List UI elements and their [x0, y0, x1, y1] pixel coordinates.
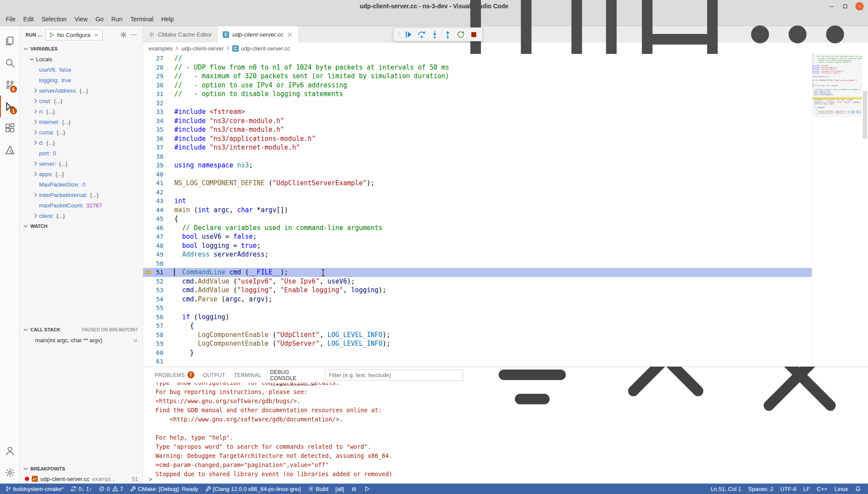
panel-tab-output[interactable]: OUTPUT: [203, 367, 225, 383]
activity-manage[interactable]: [0, 462, 19, 484]
call-stack-header[interactable]: CALL STACK PAUSED ON BREAKPOINT: [20, 324, 143, 335]
code-line[interactable]: 50: [143, 259, 812, 268]
line-number[interactable]: 36: [143, 134, 174, 144]
code-line[interactable]: 49 Address serverAddress;: [143, 250, 812, 259]
line-number[interactable]: 27: [143, 54, 174, 63]
variable-row[interactable]: internet:{...}: [20, 117, 143, 127]
activity-cmake[interactable]: [0, 139, 19, 161]
breakpoints-header[interactable]: BREAKPOINTS: [20, 464, 143, 474]
variable-row[interactable]: cmd:{...}: [20, 96, 143, 106]
line-number[interactable]: 33: [143, 107, 174, 117]
line-number[interactable]: 44: [143, 206, 174, 215]
code-line[interactable]: 28// - UDP flow from n0 to n1 of 1024 by…: [143, 63, 812, 72]
restart-button[interactable]: [455, 29, 467, 40]
code-line[interactable]: 43int: [143, 197, 812, 206]
close-button[interactable]: [855, 2, 864, 10]
menu-file[interactable]: File: [2, 14, 20, 24]
code-line[interactable]: 60 }: [143, 348, 812, 357]
line-number[interactable]: 34: [143, 117, 174, 126]
breakpoint-checkbox[interactable]: [32, 476, 38, 482]
maximize-button[interactable]: [842, 3, 848, 10]
variables-header[interactable]: VARIABLES: [20, 43, 143, 54]
code-line[interactable]: 44main (int argc, char *argv[]): [143, 206, 812, 215]
code-line[interactable]: 27//: [143, 54, 812, 63]
line-number[interactable]: 32: [143, 99, 174, 108]
line-number[interactable]: 57: [143, 321, 174, 330]
line-number[interactable]: 40: [143, 170, 174, 179]
status-git-sync[interactable]: 0↓ 1↑: [67, 484, 95, 494]
code-line[interactable]: 56 if (logging): [143, 313, 812, 322]
panel-tab-debug-console[interactable]: DEBUG CONSOLE: [270, 367, 316, 383]
status-cmake-status[interactable]: CMake: [Debug]: Ready: [127, 484, 202, 494]
status-cmake-launch[interactable]: [361, 484, 374, 494]
variable-row[interactable]: logging:true: [20, 75, 143, 85]
variable-row[interactable]: useV6:false: [20, 64, 143, 75]
line-number[interactable]: 42: [143, 188, 174, 197]
gear-icon[interactable]: [120, 31, 127, 38]
variable-row[interactable]: maxPacketCount:32767: [20, 200, 143, 210]
status-eol[interactable]: LF: [800, 484, 813, 494]
code-line[interactable]: 55: [143, 304, 812, 313]
variable-row[interactable]: apps:{...}: [20, 169, 143, 179]
activity-accounts[interactable]: [0, 440, 19, 462]
code-line[interactable]: 46 // Declare variables used in command-…: [143, 224, 812, 233]
scrollbar-thumb[interactable]: [863, 91, 867, 139]
line-number[interactable]: 30: [143, 81, 174, 90]
breakpoint-row[interactable]: udp-client-server.ccexampl...51: [20, 474, 143, 484]
more-actions-icon[interactable]: [130, 31, 137, 38]
breadcrumb-item[interactable]: examples: [149, 45, 173, 52]
minimap[interactable]: //// - UDP flow from n0 to n1 of 1024 by…: [812, 54, 862, 367]
code-line[interactable]: 61: [143, 357, 812, 366]
line-number[interactable]: 29: [143, 72, 174, 81]
console-filter-input[interactable]: [325, 370, 463, 381]
line-number[interactable]: 38: [143, 152, 174, 161]
line-number[interactable]: 39: [143, 161, 174, 170]
minimize-button[interactable]: [828, 3, 835, 10]
code-line[interactable]: 45{: [143, 214, 812, 224]
code-editor[interactable]: 27//28// - UDP flow from n0 to n1 of 102…: [143, 54, 812, 367]
code-line[interactable]: 34#include "ns3/core-module.h": [143, 117, 812, 126]
code-line[interactable]: 37#include "ns3/internet-module.h": [143, 143, 812, 152]
status-cmake-target[interactable]: [all]: [332, 484, 347, 494]
watch-header[interactable]: WATCH: [20, 221, 143, 231]
line-number[interactable]: 47: [143, 232, 174, 241]
status-encoding[interactable]: UTF-8: [777, 484, 800, 494]
step-into-button[interactable]: [429, 29, 441, 40]
debug-config-dropdown[interactable]: No Configura: [45, 29, 103, 40]
line-number[interactable]: 60: [143, 348, 174, 357]
code-line[interactable]: 31// - option to disable logging stateme…: [143, 90, 812, 99]
code-line[interactable]: 52 cmd.AddValue ("useIpv6", "Use Ipv6", …: [143, 277, 812, 286]
line-number[interactable]: 45: [143, 214, 174, 224]
continue-button[interactable]: [403, 29, 414, 40]
line-number[interactable]: 52: [143, 277, 174, 286]
code-line[interactable]: 32: [143, 99, 812, 108]
line-number[interactable]: 59: [143, 339, 174, 348]
menu-go[interactable]: Go: [91, 14, 107, 24]
code-line[interactable]: 41NS_LOG_COMPONENT_DEFINE ("UdpClientSer…: [143, 179, 812, 188]
status-notifications[interactable]: [851, 484, 865, 494]
line-number[interactable]: 41: [143, 179, 174, 188]
status-indentation[interactable]: Spaces: 2: [745, 484, 777, 494]
variable-row[interactable]: n:{...}: [20, 106, 143, 117]
code-line[interactable]: 47 bool useV6 = false;: [143, 232, 812, 241]
activity-run-and-debug[interactable]: 1: [0, 96, 19, 117]
line-number[interactable]: 35: [143, 125, 174, 134]
panel-tab-problems[interactable]: PROBLEMS7: [155, 367, 194, 383]
code-line[interactable]: 35#include "ns3/csma-module.h": [143, 125, 812, 134]
line-number[interactable]: 61: [143, 357, 174, 366]
status-cmake-debug[interactable]: [347, 484, 361, 494]
code-line[interactable]: 36#include "ns3/applications-module.h": [143, 134, 812, 144]
status-git-branch[interactable]: buildsystem-cmake*: [2, 484, 67, 494]
line-number[interactable]: 46: [143, 224, 174, 233]
status-cursor-position[interactable]: Ln 51, Col 1: [707, 484, 744, 494]
tab-udp-client-server-cc[interactable]: Cudp-client-server.cc: [217, 26, 298, 43]
menu-run[interactable]: Run: [107, 14, 127, 24]
line-number[interactable]: 28: [143, 63, 174, 72]
variable-row[interactable]: interPacketInterval:{...}: [20, 190, 143, 200]
code-line[interactable]: 38: [143, 152, 812, 161]
line-number[interactable]: 55: [143, 304, 174, 313]
step-over-button[interactable]: [416, 29, 427, 40]
step-out-button[interactable]: [442, 29, 454, 40]
close-icon[interactable]: [287, 31, 293, 38]
panel-tab-terminal[interactable]: TERMINAL: [234, 367, 261, 383]
